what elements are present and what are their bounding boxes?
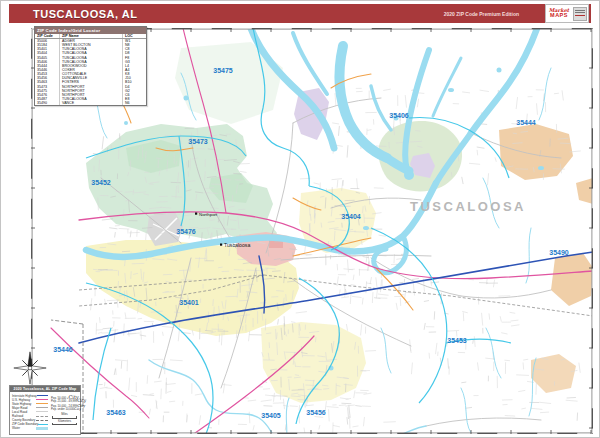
legend-title: 2020 Tuscaloosa, AL ZIP Code Map [10,386,80,392]
zip-label-35476: 35476 [176,228,196,235]
zip-label-35463: 35463 [106,409,126,416]
brand-name: Market MAPS [546,8,572,19]
zip-index-body: 35006ADGERW135184WEST BLOCTONN835401TUSC… [35,39,146,105]
map-sheet: TUSCALOOSA, AL 2020 ZIP Code Premium Edi… [0,0,600,438]
legend-symbol [36,399,48,400]
brand-logo: Market MAPS [545,4,589,23]
zip-index-title: ZIP Code Index/Grid Locator [35,27,146,34]
city-label-northport: Northport [199,212,218,217]
scale-bar: Miles [51,413,78,419]
legend-symbol [36,420,48,421]
legend-scale-bars: MilesKilometers [51,413,78,425]
legend-item: Water [12,426,48,430]
zip-label-35475: 35475 [213,67,233,74]
brand-badge-icon [573,7,587,21]
zip-label-35452: 35452 [91,179,111,186]
column-header: LOC [123,34,147,38]
scale-bar: Kilometers [51,420,78,426]
legend-symbol [36,416,48,417]
legend-symbol [36,403,48,404]
area-name-label: TUSCALOOSA [410,199,526,214]
edition-label: 2020 ZIP Code Premium Edition [444,11,519,17]
header-bar: TUSCALOOSA, AL 2020 ZIP Code Premium Edi… [9,4,591,23]
legend-symbol [37,395,48,396]
page-title: TUSCALOOSA, AL [9,8,137,20]
legend-symbol [36,411,48,412]
zip-label-35401: 35401 [179,299,199,306]
zip-label-35444: 35444 [516,119,536,126]
map-legend: 2020 Tuscaloosa, AL ZIP Code Map Interst… [9,385,81,435]
legend-city-item: Pop. 25,000 - 49,999City [51,398,78,403]
legend-city-item: Pop. 50,000 +City [51,394,78,399]
column-header: ZIP Name [60,34,123,38]
zip-label-35473: 35473 [188,138,208,145]
legend-symbol [36,427,48,430]
column-header: ZIP Code [35,34,60,38]
legend-symbol [36,407,48,408]
zip-label-35453: 35453 [447,337,467,344]
zip-label-35405: 35405 [261,412,281,419]
compass-rose-icon [13,351,47,385]
zip-label-35406: 35406 [389,112,409,119]
legend-symbol [38,424,48,425]
city-marker [195,213,197,215]
city-label-tuscaloosa: Tuscaloosa [224,242,250,248]
legend-line-symbols: Interstate HighwayU.S. HighwayState High… [12,394,48,431]
table-row: 35490VANCEN6 [35,101,146,105]
city-marker [220,244,222,246]
zip-label-35456: 35456 [306,409,326,416]
legend-city-symbols: Pop. 50,000 +CityPop. 25,000 - 49,999Cit… [51,394,78,412]
zip-label-35490: 35490 [549,249,569,256]
zip-index-table: ZIP Code Index/Grid Locator ZIP CodeZIP … [34,26,147,106]
zip-label-35446: 35446 [53,346,73,353]
zip-label-35404: 35404 [341,213,361,220]
